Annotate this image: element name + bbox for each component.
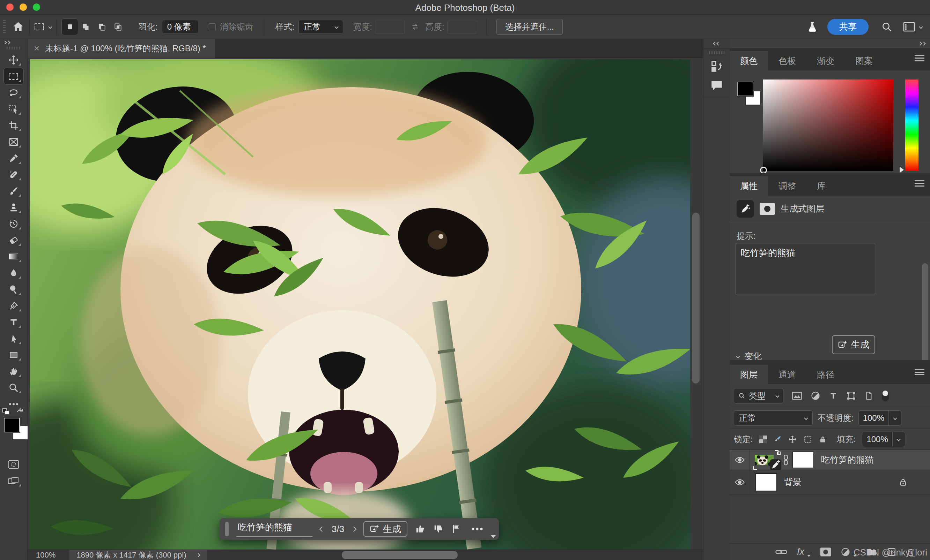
share-button[interactable]: 共享	[827, 19, 868, 35]
lock-position-icon[interactable]	[788, 435, 797, 444]
eraser-tool[interactable]	[4, 232, 23, 248]
screen-mode-button[interactable]	[4, 473, 23, 489]
home-icon[interactable]	[12, 21, 25, 33]
path-selection-tool[interactable]	[4, 330, 23, 347]
tab-paths[interactable]: 路径	[807, 365, 845, 384]
type-tool[interactable]	[4, 314, 23, 330]
layer-filter-select[interactable]: 类型	[734, 388, 784, 404]
subtract-from-selection-mode-button[interactable]	[94, 19, 110, 35]
beaker-icon[interactable]	[807, 21, 818, 33]
horizontal-scrollbar[interactable]	[342, 551, 458, 559]
object-selection-tool[interactable]	[4, 101, 23, 117]
status-chevron-icon[interactable]	[196, 553, 200, 557]
link-layers-icon[interactable]	[775, 548, 787, 555]
comment-icon[interactable]	[710, 79, 724, 92]
more-options-icon[interactable]	[471, 527, 483, 531]
tab-layers[interactable]: 图层	[730, 365, 768, 384]
hue-slider[interactable]	[905, 80, 918, 171]
panel-menu-icon[interactable]	[915, 180, 924, 187]
tab-patterns[interactable]: 图案	[845, 51, 883, 71]
filter-toggle-switch[interactable]	[882, 390, 889, 401]
lock-artboard-icon[interactable]	[803, 435, 812, 444]
spot-healing-brush-tool[interactable]	[4, 166, 23, 183]
clone-stamp-tool[interactable]	[4, 199, 23, 215]
layer-visibility-eye-icon[interactable]	[730, 470, 750, 494]
add-to-selection-mode-button[interactable]	[78, 19, 94, 35]
layer-row-background[interactable]: 背景	[730, 470, 930, 494]
layer-name[interactable]: 吃竹笋的熊猫	[821, 454, 873, 465]
flag-icon[interactable]	[451, 524, 461, 534]
foreground-color-swatch-panel[interactable]	[737, 81, 753, 96]
export-icon[interactable]	[710, 60, 724, 74]
layer-effects-icon[interactable]: fx	[797, 546, 804, 557]
quick-mask-mode-button[interactable]	[4, 456, 23, 473]
layer-thumbnail-panda[interactable]	[755, 451, 777, 468]
tab-color[interactable]: 颜色	[730, 51, 768, 71]
collapse-bar-icon[interactable]	[491, 535, 496, 538]
intersect-selection-mode-button[interactable]	[110, 19, 126, 35]
fill-select[interactable]: 100%	[862, 432, 905, 447]
lock-all-icon[interactable]	[819, 435, 827, 444]
filter-smart-object-icon[interactable]	[864, 391, 873, 400]
zoom-tool[interactable]	[4, 379, 23, 396]
frame-tool[interactable]	[4, 133, 23, 150]
lasso-tool[interactable]	[4, 84, 23, 101]
mask-icon[interactable]	[760, 203, 775, 215]
feather-value-field[interactable]: 0 像素	[162, 20, 198, 34]
hue-slider-arrow[interactable]	[900, 167, 904, 173]
brush-tool[interactable]	[4, 183, 23, 199]
thumbs-down-icon[interactable]	[433, 524, 444, 534]
new-selection-mode-button[interactable]	[62, 19, 78, 35]
tab-libraries[interactable]: 库	[807, 176, 836, 196]
crop-tool[interactable]	[4, 117, 23, 133]
eyedropper-tool[interactable]	[4, 150, 23, 166]
tab-properties[interactable]: 属性	[730, 176, 768, 196]
rectangle-tool[interactable]	[4, 347, 23, 363]
document-info[interactable]: 1890 像素 x 1417 像素 (300 ppi)	[69, 550, 206, 560]
generative-layer-icon[interactable]	[737, 200, 754, 218]
drag-handle[interactable]	[225, 522, 229, 536]
filter-type-layers-icon[interactable]	[829, 391, 838, 400]
link-mask-icon[interactable]	[783, 454, 789, 466]
opacity-select[interactable]: 100%	[858, 410, 901, 426]
layer-row-generative[interactable]: 吃竹笋的熊猫	[730, 450, 930, 470]
thumbs-up-icon[interactable]	[415, 524, 425, 534]
panel-menu-icon[interactable]	[915, 55, 924, 61]
layer-mask-thumbnail[interactable]	[793, 451, 814, 468]
swap-colors-icon[interactable]	[2, 408, 11, 416]
filter-image-layers-icon[interactable]	[792, 391, 802, 400]
workspace-switcher[interactable]	[903, 21, 922, 32]
tab-swatches[interactable]: 色板	[768, 51, 807, 71]
vertical-scrollbar[interactable]	[692, 213, 700, 384]
previous-variation-icon[interactable]	[319, 526, 325, 532]
close-tab-icon[interactable]: ×	[34, 44, 40, 53]
tool-preset-picker[interactable]	[35, 23, 52, 30]
background-layer-thumbnail[interactable]	[756, 473, 777, 491]
generate-button-panel[interactable]: 生成	[832, 335, 875, 354]
lock-pixels-icon[interactable]	[773, 435, 782, 443]
blur-tool[interactable]	[4, 265, 23, 281]
history-brush-tool[interactable]	[4, 215, 23, 232]
style-select[interactable]: 正常	[299, 20, 343, 34]
contextual-prompt-input[interactable]: 吃竹笋的熊猫	[236, 521, 313, 537]
document-tab[interactable]: × 未标题-1 @ 100% (吃竹笋的熊猫, RGB/8) *	[28, 39, 215, 58]
blend-mode-select[interactable]: 正常	[734, 410, 813, 426]
add-adjustment-layer-icon[interactable]	[841, 547, 850, 557]
tab-channels[interactable]: 通道	[768, 365, 807, 384]
move-tool[interactable]	[4, 52, 23, 68]
zoom-level-field[interactable]: 100%	[36, 551, 55, 560]
next-variation-icon[interactable]	[351, 526, 357, 532]
gradient-tool[interactable]	[4, 248, 23, 265]
generate-button[interactable]: 生成	[363, 521, 407, 537]
canvas-area[interactable]	[28, 58, 703, 549]
tab-gradients[interactable]: 渐变	[807, 51, 845, 71]
tab-adjustments[interactable]: 调整	[768, 176, 807, 196]
filter-shape-layers-icon[interactable]	[846, 391, 856, 400]
pen-tool[interactable]	[4, 298, 23, 314]
antialias-checkbox[interactable]	[209, 23, 216, 30]
layer-visibility-eye-icon[interactable]	[730, 450, 750, 470]
search-icon[interactable]	[881, 21, 892, 32]
layer-name[interactable]: 背景	[784, 476, 802, 488]
dodge-tool[interactable]	[4, 281, 23, 298]
filter-adjustment-layers-icon[interactable]	[811, 391, 821, 400]
